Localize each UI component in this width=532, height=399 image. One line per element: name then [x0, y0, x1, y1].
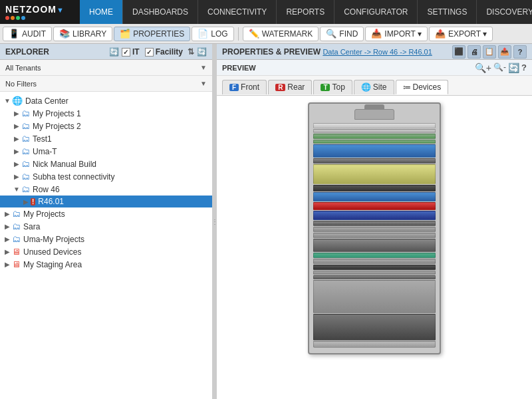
tree-item-umat[interactable]: ▶ 🗂 Uma-T [0, 145, 212, 158]
rack-preview-area [217, 96, 532, 399]
rack-unit-18 [313, 265, 436, 270]
rack-unit-14 [313, 233, 436, 238]
zoom-out-icon[interactable]: 🔍- [493, 63, 506, 73]
tab-front[interactable]: F Front [222, 80, 267, 94]
nav-discovery[interactable]: DISCOVERY [477, 0, 532, 24]
top-navigation: NETZOOM▼ HOME DASHBOARDS CONNECTIVITY RE… [0, 0, 532, 24]
sara-icon: 🗂 [12, 221, 21, 231]
toggle-umamy[interactable]: ▶ [3, 235, 12, 243]
toggle-myprojects1[interactable]: ▶ [12, 110, 21, 117]
sort-icon[interactable]: ⇅ [188, 47, 194, 57]
tree-item-unuseddevices[interactable]: ▶ 🖥 Unused Devices [0, 245, 212, 258]
log-button[interactable]: 📄 LOG [192, 27, 233, 41]
tree-area: ▼ 🌐 Data Center ▶ 🗂 My Projects 1 ▶ 🗂 My… [0, 92, 212, 399]
nav-reports[interactable]: REPORTS [277, 0, 334, 24]
explorer-refresh-icon[interactable]: 🔄 [197, 47, 207, 57]
nav-configurator[interactable]: CONFIGURATOR [334, 0, 418, 24]
3d-icon[interactable]: ⬛ [452, 45, 466, 59]
tree-item-umamy[interactable]: ▶ 🗂 Uma-My Projects [0, 233, 212, 245]
tree-item-test1[interactable]: ▶ 🗂 Test1 [0, 132, 212, 145]
preview-header: PREVIEW 🔍+ 🔍- 🔄 ? [217, 60, 532, 76]
facility-checkbox[interactable]: ✓ [145, 48, 154, 57]
filter-dropdown-arrow[interactable]: ▼ [200, 80, 207, 87]
library-button[interactable]: 📚 LIBRARY [53, 27, 112, 41]
devices-tab-icon: ≔ [403, 82, 411, 92]
tab-rear[interactable]: R Rear [268, 80, 312, 94]
export-button[interactable]: 📤 EXPORT ▾ [429, 27, 493, 41]
tree-item-myprojects2[interactable]: ▶ 🗂 My Projects 2 [0, 120, 212, 132]
rack-unit-4 [313, 140, 436, 144]
tree-item-myprojects[interactable]: ▶ 🗂 My Projects [0, 207, 212, 220]
rack-unit-5 [313, 144, 436, 158]
rack-unit-10 [313, 202, 436, 210]
breadcrumb-link[interactable]: Data Center -> Row 46 -> R46.01 [323, 48, 432, 56]
subhatest-icon: 🗂 [21, 172, 30, 182]
tenant-dropdown-arrow[interactable]: ▼ [200, 64, 207, 71]
tab-devices[interactable]: ≔ Devices [396, 80, 449, 94]
tree-item-subhatest[interactable]: ▶ 🗂 Subha test connectivity [0, 170, 212, 183]
main-filter[interactable]: No Filters ▼ [0, 76, 212, 92]
export-icon[interactable]: 📤 [498, 45, 511, 59]
toggle-unuseddevices[interactable]: ▶ [3, 248, 12, 255]
watermark-button[interactable]: ✏️ WATERMARK [243, 27, 319, 41]
toggle-umat[interactable]: ▶ [12, 148, 21, 155]
dot-red [5, 16, 9, 20]
tree-item-myprojects1[interactable]: ▶ 🗂 My Projects 1 [0, 107, 212, 120]
toolbar: 📱 AUDIT 📚 LIBRARY 🗂️ PROPERTIES 📄 LOG ✏️… [0, 24, 532, 44]
tree-item-row46[interactable]: ▼ 🗂 Row 46 [0, 183, 212, 196]
facility-checkbox-label: ✓ Facility [145, 47, 183, 57]
refresh-icon[interactable]: 🔄 [109, 47, 119, 57]
rack-unit-9 [313, 192, 436, 201]
audit-button[interactable]: 📱 AUDIT [3, 27, 52, 41]
tree-item-datacenter[interactable]: ▼ 🌐 Data Center [0, 94, 212, 107]
unuseddevices-icon: 🖥 [12, 247, 21, 257]
left-panel: EXPLORER 🔄 ✓ IT ✓ Facility ⇅ 🔄 All Tenan… [0, 44, 213, 399]
toggle-r4601[interactable]: ▶ [21, 198, 31, 205]
nav-connectivity[interactable]: CONNECTIVITY [198, 0, 277, 24]
toggle-myprojects2[interactable]: ▶ [12, 122, 21, 130]
toggle-subhatest[interactable]: ▶ [12, 173, 21, 180]
log-icon: 📄 [198, 29, 208, 39]
properties-header: PROPERTIES & PREVIEW Data Center -> Row … [217, 44, 532, 60]
rack-unit-16 [313, 253, 436, 258]
main-area: EXPLORER 🔄 ✓ IT ✓ Facility ⇅ 🔄 All Tenan… [0, 44, 532, 399]
dot-green [16, 16, 20, 20]
myprojects2-icon: 🗂 [21, 121, 30, 131]
tree-item-nickmanual[interactable]: ▶ 🗂 Nick Manual Build [0, 158, 212, 170]
rack-unit-21 [313, 280, 436, 313]
toggle-sara[interactable]: ▶ [3, 223, 12, 230]
toggle-nickmanual[interactable]: ▶ [12, 160, 21, 168]
tab-site[interactable]: 🌐 Site [354, 80, 394, 94]
find-button[interactable]: 🔍 FIND [320, 27, 364, 41]
nav-dashboards[interactable]: DASHBOARDS [123, 0, 198, 24]
mystagingarea-icon: 🖥 [12, 259, 21, 269]
logo-dots [5, 16, 64, 20]
nav-settings[interactable]: SETTINGS [418, 0, 477, 24]
toggle-test1[interactable]: ▶ [12, 135, 21, 142]
tree-item-mystagingarea[interactable]: ▶ 🖥 My Staging Area [0, 258, 212, 271]
preview-help-icon[interactable]: ? [521, 63, 527, 73]
tree-item-r4601[interactable]: ▶ ! R46.01 [0, 196, 212, 207]
toggle-row46[interactable]: ▼ [12, 186, 21, 193]
tree-item-sara[interactable]: ▶ 🗂 Sara [0, 220, 212, 233]
toggle-mystagingarea[interactable]: ▶ [3, 261, 12, 268]
rear-tab-icon: R [275, 84, 285, 91]
app-logo: NETZOOM▼ [5, 4, 64, 15]
rack-unit-bottom [313, 341, 436, 348]
import-button[interactable]: 📥 IMPORT ▾ [365, 27, 428, 41]
zoom-in-icon[interactable]: 🔍+ [475, 63, 491, 73]
it-checkbox[interactable]: ✓ [122, 48, 130, 57]
copy-icon[interactable]: 📋 [483, 45, 496, 59]
properties-button[interactable]: 🗂️ PROPERTIES [114, 27, 190, 41]
help-icon[interactable]: ? [513, 45, 527, 59]
explorer-header: EXPLORER 🔄 ✓ IT ✓ Facility ⇅ 🔄 [0, 44, 212, 60]
preview-refresh-icon[interactable]: 🔄 [508, 63, 519, 73]
toggle-myprojects[interactable]: ▶ [3, 210, 12, 217]
tab-top[interactable]: T Top [313, 80, 352, 94]
nav-home[interactable]: HOME [80, 0, 123, 24]
toggle-datacenter[interactable]: ▼ [3, 97, 12, 104]
rack-unit-7 [313, 164, 436, 184]
print-icon[interactable]: 🖨 [467, 45, 481, 59]
tenant-filter[interactable]: All Tenants ▼ [0, 60, 212, 76]
myprojects-icon: 🗂 [12, 209, 21, 219]
